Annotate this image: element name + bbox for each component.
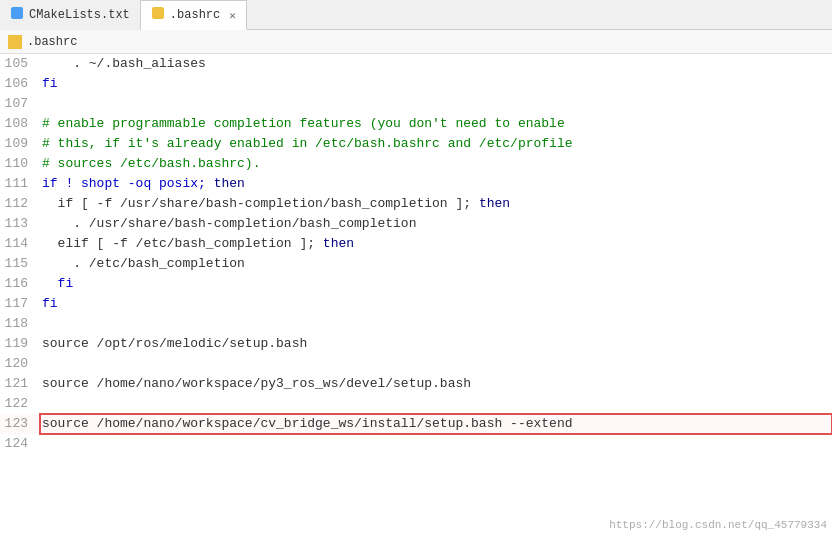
line-number: 122	[0, 394, 40, 414]
tab-bashrc-label: .bashrc	[170, 8, 220, 22]
line-number: 121	[0, 374, 40, 394]
file-header-icon	[8, 35, 22, 49]
line-number: 114	[0, 234, 40, 254]
line-content: . ~/.bash_aliases	[40, 54, 832, 74]
line-content: source /opt/ros/melodic/setup.bash	[40, 334, 832, 354]
table-row: 113 . /usr/share/bash-completion/bash_co…	[0, 214, 832, 234]
line-number: 109	[0, 134, 40, 154]
line-number: 105	[0, 54, 40, 74]
watermark: https://blog.csdn.net/qq_45779334	[609, 519, 827, 531]
table-row: 114 elif [ -f /etc/bash_completion ]; th…	[0, 234, 832, 254]
table-row: 119source /opt/ros/melodic/setup.bash	[0, 334, 832, 354]
line-number: 120	[0, 354, 40, 374]
table-row: 122	[0, 394, 832, 414]
line-number: 108	[0, 114, 40, 134]
table-row: 112 if [ -f /usr/share/bash-completion/b…	[0, 194, 832, 214]
line-number: 110	[0, 154, 40, 174]
tab-cmake[interactable]: CMakeLists.txt	[0, 0, 141, 30]
table-row: 109# this, if it's already enabled in /e…	[0, 134, 832, 154]
cmake-file-icon	[10, 8, 24, 22]
bashrc-file-icon	[151, 8, 165, 22]
line-content: source /home/nano/workspace/cv_bridge_ws…	[40, 414, 832, 434]
line-number: 112	[0, 194, 40, 214]
line-number: 123	[0, 414, 40, 434]
line-content: if [ -f /usr/share/bash-completion/bash_…	[40, 194, 832, 214]
line-content: fi	[40, 294, 832, 314]
line-number: 119	[0, 334, 40, 354]
table-row: 105 . ~/.bash_aliases	[0, 54, 832, 74]
line-content: # this, if it's already enabled in /etc/…	[40, 134, 832, 154]
table-row: 116 fi	[0, 274, 832, 294]
table-row: 117fi	[0, 294, 832, 314]
tab-cmake-label: CMakeLists.txt	[29, 8, 130, 22]
tab-bashrc[interactable]: .bashrc ✕	[141, 0, 247, 30]
table-row: 111if ! shopt -oq posix; then	[0, 174, 832, 194]
table-row: 120	[0, 354, 832, 374]
table-row: 124	[0, 434, 832, 454]
table-row: 115 . /etc/bash_completion	[0, 254, 832, 274]
line-number: 124	[0, 434, 40, 454]
line-content: source /home/nano/workspace/py3_ros_ws/d…	[40, 374, 832, 394]
line-number: 116	[0, 274, 40, 294]
line-content: elif [ -f /etc/bash_completion ]; then	[40, 234, 832, 254]
table-row: 118	[0, 314, 832, 334]
line-number: 106	[0, 74, 40, 94]
line-content: . /usr/share/bash-completion/bash_comple…	[40, 214, 832, 234]
file-header-label: .bashrc	[27, 35, 77, 49]
line-number: 107	[0, 94, 40, 114]
table-row: 110# sources /etc/bash.bashrc).	[0, 154, 832, 174]
line-number: 113	[0, 214, 40, 234]
line-content: # enable programmable completion feature…	[40, 114, 832, 134]
table-row: 123source /home/nano/workspace/cv_bridge…	[0, 414, 832, 434]
code-editor[interactable]: 105 . ~/.bash_aliases106fi107108# enable…	[0, 54, 832, 536]
tab-bar: CMakeLists.txt .bashrc ✕	[0, 0, 832, 30]
table-row: 121source /home/nano/workspace/py3_ros_w…	[0, 374, 832, 394]
line-number: 118	[0, 314, 40, 334]
line-number: 115	[0, 254, 40, 274]
line-number: 111	[0, 174, 40, 194]
line-content: . /etc/bash_completion	[40, 254, 832, 274]
line-content: # sources /etc/bash.bashrc).	[40, 154, 832, 174]
line-number: 117	[0, 294, 40, 314]
tab-close-button[interactable]: ✕	[229, 9, 236, 22]
table-row: 106fi	[0, 74, 832, 94]
table-row: 108# enable programmable completion feat…	[0, 114, 832, 134]
file-header: .bashrc	[0, 30, 832, 54]
line-content: fi	[40, 274, 832, 294]
line-content: if ! shopt -oq posix; then	[40, 174, 832, 194]
table-row: 107	[0, 94, 832, 114]
line-content: fi	[40, 74, 832, 94]
